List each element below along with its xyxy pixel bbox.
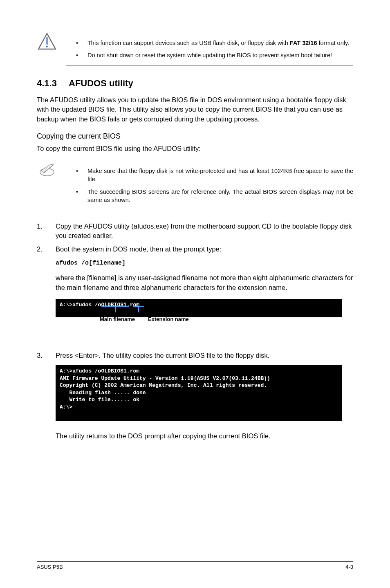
caution-icon	[37, 33, 57, 66]
step-text: Copy the AFUDOS utility (afudos.exe) fro…	[56, 222, 353, 240]
svg-point-2	[46, 46, 48, 47]
text: format only.	[317, 40, 349, 46]
page-footer: ASUS P5B 4-3	[37, 561, 353, 571]
terminal-line: Write to file...... ok	[60, 396, 338, 404]
section-number: 4.1.3	[37, 77, 69, 90]
tick-ext	[138, 307, 139, 312]
terminal-line: A:\>afudos /oOLDBIOS1.rom	[60, 368, 338, 375]
command-afudos: afudos /o[filename]	[56, 259, 353, 267]
caution-text: This function can support devices such a…	[66, 33, 353, 66]
terminal-line: Copyright (C) 2002 American Megatrends, …	[60, 382, 338, 389]
terminal-annotations: Main filename Extension name	[56, 321, 342, 343]
step-text: Press <Enter>. The utility copies the cu…	[56, 351, 353, 360]
terminal-output-2: A:\>afudos /oOLDBIOS1.rom AMI Firmware U…	[56, 365, 342, 420]
footer-right: 4-3	[345, 563, 353, 571]
text-bold: FAT 32/16	[290, 40, 317, 46]
step-3: 3. Press <Enter>. The utility copies the…	[37, 351, 353, 360]
note-text: Make sure that the floppy disk is not wr…	[66, 161, 353, 210]
text: Do not shut down or reset the system whi…	[87, 52, 332, 58]
label-extension-name: Extension name	[148, 316, 189, 323]
terminal-output-1: A:\>afudos /oOLDBIOS1.rom	[56, 299, 342, 318]
terminal-line: Reading flash ..... done	[60, 389, 338, 397]
step-3-follow: The utility returns to the DOS prompt af…	[56, 431, 353, 441]
step-1: 1. Copy the AFUDOS utility (afudos.exe) …	[37, 222, 353, 240]
step-2: 2. Boot the system in DOS mode, then at …	[37, 245, 353, 254]
intro-paragraph: The AFUDOS utility allows you to update …	[37, 95, 353, 123]
step-2-follow: where the [filename] is any user-assigne…	[56, 273, 353, 292]
tick-main	[115, 307, 116, 312]
note-notice: Make sure that the floppy disk is not wr…	[37, 161, 353, 210]
terminal-line: A:\>afudos /oOLDBIOS1.rom	[60, 301, 338, 309]
note-icon	[37, 161, 57, 210]
step-text: Boot the system in DOS mode, then at the…	[56, 245, 353, 254]
caution-item-1: This function can support devices such a…	[76, 39, 353, 47]
steps-list-cont: 3. Press <Enter>. The utility copies the…	[37, 351, 353, 360]
label-main-filename: Main filename	[100, 316, 135, 323]
step-number: 1.	[37, 222, 56, 240]
footer-left: ASUS P5B	[37, 563, 63, 571]
step-number: 3.	[37, 351, 56, 360]
step-number: 2.	[37, 245, 56, 254]
note-item-2: The succeeding BIOS screens are for refe…	[76, 188, 353, 204]
subheading: Copying the current BIOS	[37, 131, 353, 141]
text: This function can support devices such a…	[87, 40, 290, 46]
section-heading: 4.1.3AFUDOS utility	[37, 77, 353, 90]
sub-lead: To copy the current BIOS file using the …	[37, 144, 353, 153]
section-title: AFUDOS utility	[69, 78, 133, 88]
caution-item-2: Do not shut down or reset the system whi…	[76, 51, 353, 59]
note-item-1: Make sure that the floppy disk is not wr…	[76, 167, 353, 184]
caution-notice: This function can support devices such a…	[37, 33, 353, 66]
terminal-line: A:\>	[60, 404, 338, 411]
steps-list: 1. Copy the AFUDOS utility (afudos.exe) …	[37, 222, 353, 254]
terminal-line: AMI Firmware Update Utility - Version 1.…	[60, 375, 338, 382]
